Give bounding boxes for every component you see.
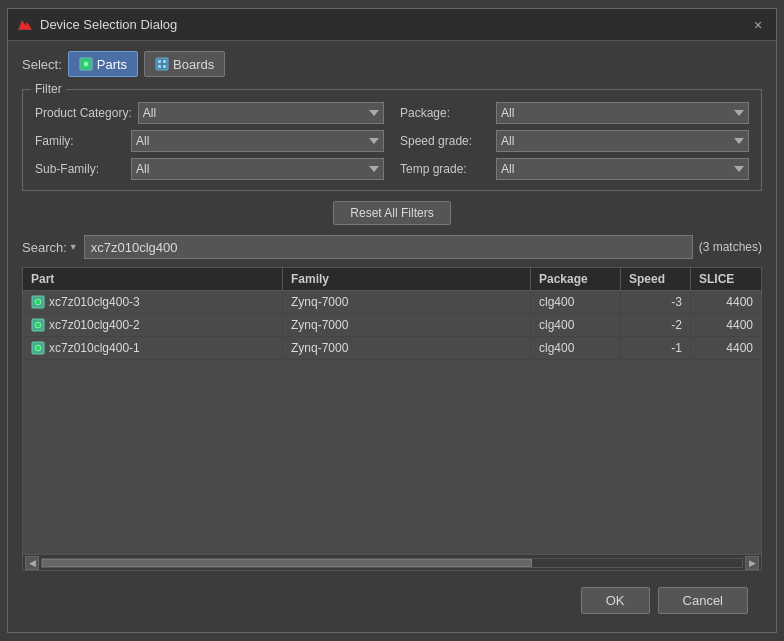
results-table-container: Part Family Package Speed SLICE xyxy=(22,267,762,571)
part-icon-1 xyxy=(31,318,45,332)
family-label: Family: xyxy=(35,134,125,148)
scroll-left-button[interactable]: ◀ xyxy=(25,556,39,570)
col-header-family: Family xyxy=(283,268,531,290)
filter-group: Filter Product Category: All Family: All xyxy=(22,89,762,191)
svg-point-13 xyxy=(35,322,41,328)
table-header: Part Family Package Speed SLICE xyxy=(23,268,761,291)
dialog-title: Device Selection Dialog xyxy=(40,17,177,32)
cell-part-0: xc7z010clg400-3 xyxy=(23,291,283,313)
cell-part-2: xc7z010clg400-1 xyxy=(23,337,283,359)
col-header-part: Part xyxy=(23,268,283,290)
cell-package-0: clg400 xyxy=(531,291,621,313)
tab-boards-label: Boards xyxy=(173,57,214,72)
cell-slice-2: 4400 xyxy=(691,337,761,359)
table-body: xc7z010clg400-3 Zynq-7000 clg400 -3 4400 xyxy=(23,291,761,554)
reset-filters-button[interactable]: Reset All Filters xyxy=(333,201,450,225)
part-icon-0 xyxy=(31,295,45,309)
family-select[interactable]: All xyxy=(131,130,384,152)
filter-row-subfamily: Sub-Family: All xyxy=(35,158,384,180)
filter-row-family: Family: All xyxy=(35,130,384,152)
cell-family-0: Zynq-7000 xyxy=(283,291,531,313)
subfamily-label: Sub-Family: xyxy=(35,162,125,176)
svg-point-15 xyxy=(35,345,41,351)
search-input[interactable] xyxy=(84,235,693,259)
search-row: Search: ▼ (3 matches) xyxy=(22,235,762,259)
col-header-package: Package xyxy=(531,268,621,290)
svg-point-4 xyxy=(84,62,88,66)
tab-boards[interactable]: Boards xyxy=(144,51,225,77)
cell-slice-1: 4400 xyxy=(691,314,761,336)
svg-marker-1 xyxy=(18,20,32,30)
parts-icon xyxy=(79,57,93,71)
filter-row-package: Package: All xyxy=(400,102,749,124)
product-category-label: Product Category: xyxy=(35,106,132,120)
table-row[interactable]: xc7z010clg400-2 Zynq-7000 clg400 -2 4400 xyxy=(23,314,761,337)
title-bar: Device Selection Dialog × xyxy=(8,9,776,41)
select-label: Select: xyxy=(22,57,62,72)
package-label: Package: xyxy=(400,106,490,120)
reset-row: Reset All Filters xyxy=(22,201,762,225)
bottom-buttons: OK Cancel xyxy=(22,579,762,622)
tab-parts[interactable]: Parts xyxy=(68,51,138,77)
cell-speed-2: -1 xyxy=(621,337,691,359)
svg-rect-5 xyxy=(156,58,168,70)
filter-grid: Product Category: All Family: All Sub-Fa… xyxy=(35,102,749,180)
ok-button[interactable]: OK xyxy=(581,587,650,614)
temp-grade-select[interactable]: All xyxy=(496,158,749,180)
scroll-thumb[interactable] xyxy=(42,559,532,567)
device-selection-dialog: Device Selection Dialog × Select: Parts xyxy=(7,8,777,633)
col-header-slice: SLICE xyxy=(691,268,761,290)
filter-right: Package: All Speed grade: All Temp grade… xyxy=(400,102,749,180)
subfamily-select[interactable]: All xyxy=(131,158,384,180)
part-icon-2 xyxy=(31,341,45,355)
svg-rect-7 xyxy=(163,60,166,63)
scroll-track[interactable] xyxy=(41,558,743,568)
filter-row-temp-grade: Temp grade: All xyxy=(400,158,749,180)
search-matches: (3 matches) xyxy=(699,240,762,254)
cancel-button[interactable]: Cancel xyxy=(658,587,748,614)
svg-rect-9 xyxy=(163,65,166,68)
cell-part-1: xc7z010clg400-2 xyxy=(23,314,283,336)
table-row[interactable]: xc7z010clg400-1 Zynq-7000 clg400 -1 4400 xyxy=(23,337,761,360)
cell-family-1: Zynq-7000 xyxy=(283,314,531,336)
filter-row-speed-grade: Speed grade: All xyxy=(400,130,749,152)
dialog-body: Select: Parts Boards xyxy=(8,41,776,632)
cell-package-2: clg400 xyxy=(531,337,621,359)
filter-row-product-category: Product Category: All xyxy=(35,102,384,124)
package-select[interactable]: All xyxy=(496,102,749,124)
temp-grade-label: Temp grade: xyxy=(400,162,490,176)
filter-legend: Filter xyxy=(31,82,66,96)
close-button[interactable]: × xyxy=(748,15,768,35)
cell-speed-0: -3 xyxy=(621,291,691,313)
select-row: Select: Parts Boards xyxy=(22,51,762,77)
svg-point-11 xyxy=(35,299,41,305)
title-bar-left: Device Selection Dialog xyxy=(16,16,177,34)
matlab-icon xyxy=(16,16,34,34)
filter-left: Product Category: All Family: All Sub-Fa… xyxy=(35,102,384,180)
search-label: Search: ▼ xyxy=(22,240,78,255)
svg-rect-6 xyxy=(158,60,161,63)
table-row[interactable]: xc7z010clg400-3 Zynq-7000 clg400 -3 4400 xyxy=(23,291,761,314)
cell-package-1: clg400 xyxy=(531,314,621,336)
speed-grade-label: Speed grade: xyxy=(400,134,490,148)
cell-slice-0: 4400 xyxy=(691,291,761,313)
svg-rect-8 xyxy=(158,65,161,68)
boards-icon xyxy=(155,57,169,71)
horizontal-scrollbar: ◀ ▶ xyxy=(23,554,761,570)
search-dropdown-arrow[interactable]: ▼ xyxy=(69,242,78,252)
product-category-select[interactable]: All xyxy=(138,102,384,124)
tab-parts-label: Parts xyxy=(97,57,127,72)
cell-family-2: Zynq-7000 xyxy=(283,337,531,359)
col-header-speed: Speed xyxy=(621,268,691,290)
scroll-right-button[interactable]: ▶ xyxy=(745,556,759,570)
speed-grade-select[interactable]: All xyxy=(496,130,749,152)
cell-speed-1: -2 xyxy=(621,314,691,336)
